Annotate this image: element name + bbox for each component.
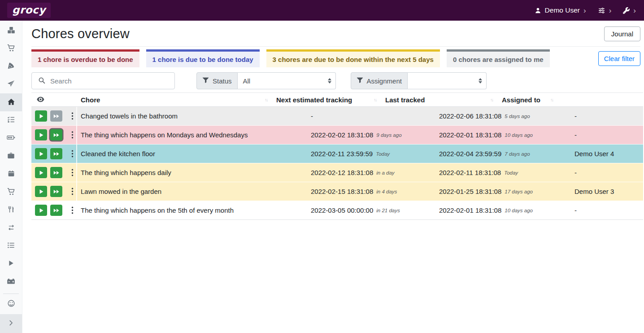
chore-name: Cleaned the kitchen floor xyxy=(77,145,307,163)
filter-funnel-icon xyxy=(357,77,363,85)
sidebar-item-meal-plan[interactable] xyxy=(0,75,22,93)
skip-chore-button[interactable] xyxy=(50,205,62,216)
skip-chore-button[interactable] xyxy=(50,129,62,140)
next-tracking-cell: 2022-02-15 18:31:08 in 4 days xyxy=(307,182,435,201)
select-caret-icon xyxy=(479,78,482,83)
sidebar-item-shopping-list[interactable] xyxy=(0,39,22,57)
header-last-tracked[interactable]: Last tracked ↑↓ xyxy=(382,93,498,106)
row-menu-icon[interactable] xyxy=(70,206,75,215)
next-tracking-relative: in a day xyxy=(376,170,394,175)
page-header: Chores overview Journal xyxy=(31,25,640,47)
last-tracked-relative: 10 days ago xyxy=(505,132,533,138)
search-input[interactable] xyxy=(49,73,174,89)
grocy-logo[interactable]: grocy xyxy=(7,3,51,18)
utensils-icon xyxy=(8,206,15,215)
sidebar-item-recipes[interactable] xyxy=(0,57,22,75)
next-tracking-cell: 2022-03-05 00:00:00 in 21 days xyxy=(307,201,435,219)
assignment-select[interactable] xyxy=(408,72,487,89)
skip-chore-button[interactable] xyxy=(50,186,62,197)
chevron-right-icon xyxy=(8,320,14,328)
last-tracked-time: 2022-01-25 18:31:08 xyxy=(439,188,501,195)
journal-button[interactable]: Journal xyxy=(604,26,640,41)
list-icon xyxy=(7,241,15,250)
sidebar-item-calendar[interactable] xyxy=(0,165,22,183)
chore-name: The thing which happens on Mondays and W… xyxy=(77,126,307,144)
track-chore-button[interactable] xyxy=(35,129,47,140)
assigned-to: - xyxy=(571,201,643,219)
track-chore-button[interactable] xyxy=(35,148,47,159)
last-tracked-relative: 7 days ago xyxy=(505,151,530,157)
sort-icon: ↑↓ xyxy=(490,97,493,102)
row-menu-icon[interactable] xyxy=(70,130,75,140)
skip-chore-button[interactable] xyxy=(50,148,62,159)
status-select[interactable]: All xyxy=(238,72,336,89)
chore-name: Lawn mowed in the garden xyxy=(77,182,307,201)
user-icon xyxy=(535,7,541,14)
last-tracked-cell: 2022-01-25 18:31:08 17 days ago xyxy=(435,182,571,201)
track-chore-button[interactable] xyxy=(35,186,47,197)
table-row: Lawn mowed in the garden 2022-02-15 18:3… xyxy=(31,182,643,201)
status-card-due-today[interactable]: 1 chore is due to be done today xyxy=(146,49,260,67)
sidebar-item-chore-tracking[interactable] xyxy=(0,255,22,273)
status-card-assigned-to-me[interactable]: 0 chores are assigned to me xyxy=(447,49,550,67)
settings-menu[interactable]: › xyxy=(598,7,612,14)
sidebar-item-transfer[interactable] xyxy=(0,219,22,237)
sidebar-divider xyxy=(3,294,19,294)
home-icon xyxy=(7,98,15,107)
assigned-to: Demo User 4 xyxy=(571,145,643,163)
row-controls xyxy=(31,163,77,182)
assigned-to: - xyxy=(571,126,643,144)
track-chore-button[interactable] xyxy=(35,205,47,216)
clear-filter-button[interactable]: Clear filter xyxy=(598,51,640,66)
sidebar-item-chores-overview[interactable] xyxy=(0,93,22,111)
sliders-icon xyxy=(598,7,605,14)
sort-icon: ↑↓ xyxy=(374,97,376,102)
assigned-to: - xyxy=(571,107,643,125)
table-row: Changed towels in the bathroom - 2022-02… xyxy=(31,107,643,125)
row-menu-icon[interactable] xyxy=(70,149,75,158)
last-tracked-time: 2022-02-01 18:31:08 xyxy=(439,131,501,139)
chore-name: Changed towels in the bathroom xyxy=(77,107,307,125)
sidebar-item-purchase[interactable] xyxy=(0,183,22,201)
row-menu-icon[interactable] xyxy=(70,168,75,177)
sidebar-item-tasks[interactable] xyxy=(0,111,22,129)
tasks-icon xyxy=(7,116,15,125)
search-group xyxy=(31,72,175,89)
sidebar-item-battery-tracking[interactable] xyxy=(0,273,22,291)
sidebar-item-smiley[interactable] xyxy=(0,295,22,313)
play-icon xyxy=(8,259,14,268)
track-chore-button[interactable] xyxy=(35,110,47,122)
status-card-overdue[interactable]: 1 chore is overdue to be done xyxy=(31,49,139,67)
car-battery-icon xyxy=(7,277,15,286)
next-tracking-time: 2022-02-15 18:31:08 xyxy=(311,188,373,195)
row-menu-icon[interactable] xyxy=(70,111,75,121)
skip-chore-button[interactable] xyxy=(50,110,62,122)
track-chore-button[interactable] xyxy=(35,167,47,178)
next-tracking-cell: - xyxy=(307,107,435,125)
sidebar-item-equipment[interactable] xyxy=(0,147,22,165)
header-assigned-to[interactable]: Assigned to ↑↓ xyxy=(498,93,558,106)
user-menu[interactable]: Demo User › xyxy=(535,6,586,14)
row-menu-icon[interactable] xyxy=(70,187,75,196)
sort-icon: ↑↓ xyxy=(265,97,267,102)
admin-menu[interactable]: › xyxy=(623,7,636,14)
assignment-filter-label: Assignment xyxy=(351,72,408,89)
header-chore[interactable]: Chore ↑↓ xyxy=(77,93,273,106)
sidebar-item-consume[interactable] xyxy=(0,201,22,219)
skip-chore-button[interactable] xyxy=(50,167,62,178)
sidebar-item-stock-overview[interactable] xyxy=(0,22,22,39)
assigned-to: - xyxy=(571,163,643,182)
header-next-estimated-tracking[interactable]: Next estimated tracking ↑↓ xyxy=(273,93,382,106)
sidebar-item-batteries-overview[interactable] xyxy=(0,129,22,147)
select-caret-icon xyxy=(328,78,331,83)
shopping-cart-icon xyxy=(7,44,15,53)
sidebar-expand-toggle[interactable] xyxy=(0,314,22,333)
table-header: Chore ↑↓ Next estimated tracking ↑↓ Last… xyxy=(31,92,643,107)
last-tracked-cell: 2022-02-11 18:31:08 Today xyxy=(435,163,571,182)
next-tracking-time: 2022-02-11 23:59:59 xyxy=(311,150,373,158)
next-tracking-cell: 2022-02-11 23:59:59 Today xyxy=(307,145,435,163)
column-visibility-toggle[interactable] xyxy=(31,93,77,106)
status-card-due-soon[interactable]: 3 chores are due to be done within the n… xyxy=(266,49,440,67)
filter-bar: Status All Assignment xyxy=(31,72,640,89)
sidebar-item-inventory[interactable] xyxy=(0,237,22,255)
